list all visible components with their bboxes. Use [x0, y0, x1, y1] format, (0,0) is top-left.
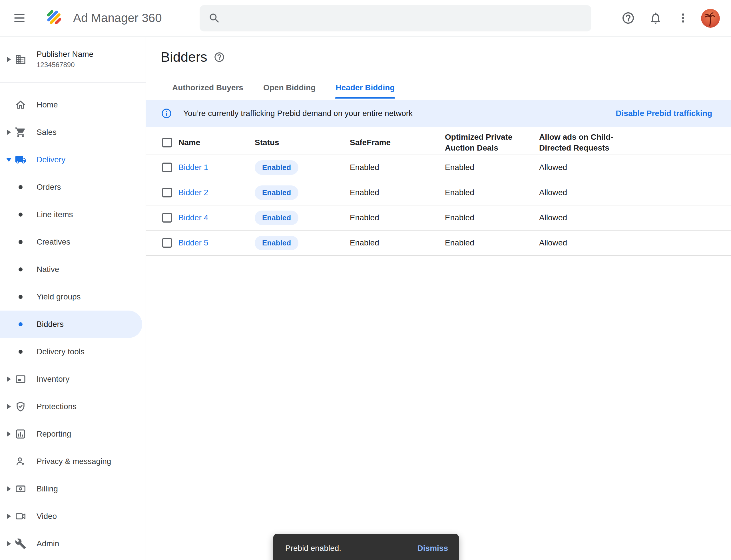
- column-header-optimized-private-auction-deals: Optimized Private Auction Deals: [445, 132, 534, 153]
- bullet-icon: [14, 291, 27, 303]
- bar-chart-icon: [14, 428, 27, 440]
- table-row: Bidder 2 Enabled Enabled Enabled Allowed: [146, 180, 731, 205]
- snackbar-message: Prebid enabled.: [285, 544, 341, 553]
- main-content: Bidders Authorized Buyers Open Bidding H…: [146, 37, 731, 560]
- table-header-row: Name Status SafeFrame Optimized Private …: [146, 131, 731, 155]
- bidder-link[interactable]: Bidder 4: [179, 213, 255, 222]
- row-checkbox[interactable]: [162, 213, 172, 223]
- sidebar-item-admin[interactable]: Admin: [0, 530, 146, 557]
- publisher-id: 1234567890: [37, 61, 93, 69]
- sidebar-item-protections[interactable]: Protections: [0, 393, 146, 420]
- table-row: Bidder 5 Enabled Enabled Enabled Allowed: [146, 231, 731, 256]
- row-checkbox[interactable]: [162, 188, 172, 197]
- shopping-cart-icon: [14, 126, 27, 139]
- child-directed-value: Allowed: [539, 213, 731, 222]
- sidebar-item-native[interactable]: Native: [0, 256, 146, 283]
- chevron-right-icon: [7, 130, 11, 135]
- chevron-right-icon: [7, 431, 11, 437]
- search-input[interactable]: [228, 13, 583, 23]
- tab-authorized-buyers[interactable]: Authorized Buyers: [172, 83, 244, 99]
- child-directed-value: Allowed: [539, 238, 731, 247]
- optimized-private-auction-deals-value: Enabled: [445, 163, 539, 172]
- column-header-status: Status: [255, 137, 350, 148]
- wrench-icon: [14, 537, 27, 550]
- child-directed-value: Allowed: [539, 163, 731, 172]
- snackbar: Prebid enabled. Dismiss: [273, 534, 459, 560]
- search-bar[interactable]: [200, 5, 591, 31]
- bullet-icon: [14, 263, 27, 276]
- account-avatar[interactable]: [701, 9, 720, 28]
- select-all-checkbox[interactable]: [162, 138, 172, 147]
- tab-bar: Authorized Buyers Open Bidding Header Bi…: [172, 83, 731, 99]
- video-camera-icon: [14, 510, 27, 523]
- bidders-table: Name Status SafeFrame Optimized Private …: [146, 131, 731, 256]
- bullet-icon: [14, 181, 27, 193]
- sidebar-item-billing[interactable]: Billing: [0, 475, 146, 503]
- tab-open-bidding[interactable]: Open Bidding: [263, 83, 317, 99]
- sidebar-item-delivery-tools[interactable]: Delivery tools: [0, 338, 146, 365]
- table-row: Bidder 4 Enabled Enabled Enabled Allowed: [146, 205, 731, 231]
- app-title: Ad Manager 360: [73, 11, 162, 25]
- sidebar-item-inventory[interactable]: Inventory: [0, 365, 146, 393]
- status-badge: Enabled: [255, 211, 299, 225]
- shield-icon: [14, 400, 27, 413]
- safeframe-value: Enabled: [350, 163, 445, 172]
- status-badge: Enabled: [255, 236, 299, 250]
- bullet-icon: [14, 318, 27, 331]
- chevron-right-icon: [7, 377, 11, 382]
- tab-header-bidding[interactable]: Header Bidding: [335, 83, 395, 99]
- sidebar-item-bidders[interactable]: Bidders: [0, 311, 142, 338]
- bullet-icon: [14, 236, 27, 248]
- sidebar-item-video[interactable]: Video: [0, 503, 146, 530]
- chevron-right-icon: [7, 404, 11, 409]
- notifications-bell-icon[interactable]: [649, 11, 662, 25]
- sidebar-item-creatives[interactable]: Creatives: [0, 228, 146, 256]
- optimized-private-auction-deals-value: Enabled: [445, 213, 539, 222]
- top-app-bar: Ad Manager 360: [0, 0, 731, 37]
- status-badge: Enabled: [255, 185, 299, 200]
- person-badge-icon: [14, 455, 27, 468]
- prebid-banner: You’re currently trafficking Prebid dema…: [146, 100, 731, 127]
- safeframe-value: Enabled: [350, 188, 445, 197]
- row-checkbox[interactable]: [162, 163, 172, 172]
- publisher-selector[interactable]: Publisher Name 1234567890: [0, 37, 146, 83]
- delivery-truck-icon: [14, 153, 27, 166]
- page-title: Bidders: [161, 49, 207, 65]
- home-icon: [14, 99, 27, 111]
- chevron-right-icon: [7, 541, 11, 546]
- optimized-private-auction-deals-value: Enabled: [445, 188, 539, 197]
- sidebar-item-line-items[interactable]: Line items: [0, 201, 146, 228]
- column-header-safeframe: SafeFrame: [350, 137, 445, 148]
- snackbar-dismiss-button[interactable]: Dismiss: [417, 544, 448, 553]
- sidebar-item-orders[interactable]: Orders: [0, 173, 146, 201]
- more-options-icon[interactable]: [676, 11, 690, 25]
- bidder-link[interactable]: Bidder 5: [179, 238, 255, 247]
- sidebar-item-sales[interactable]: Sales: [0, 119, 146, 146]
- chevron-down-icon: [6, 158, 11, 162]
- sidebar-item-reporting[interactable]: Reporting: [0, 420, 146, 448]
- bidder-link[interactable]: Bidder 2: [179, 188, 255, 197]
- disable-prebid-trafficking-link[interactable]: Disable Prebid trafficking: [616, 109, 712, 118]
- row-checkbox[interactable]: [162, 238, 172, 248]
- help-icon[interactable]: [621, 11, 635, 25]
- safeframe-value: Enabled: [350, 213, 445, 222]
- bidder-link[interactable]: Bidder 1: [179, 163, 255, 172]
- building-icon: [14, 53, 27, 66]
- sidebar-item-privacy-messaging[interactable]: Privacy & messaging: [0, 448, 146, 475]
- sidebar-item-home[interactable]: Home: [0, 91, 146, 119]
- status-badge: Enabled: [255, 160, 299, 175]
- chevron-right-icon: [7, 514, 11, 519]
- sidebar: Publisher Name 1234567890 Home Sales Del…: [0, 37, 146, 560]
- optimized-private-auction-deals-value: Enabled: [445, 238, 539, 247]
- inventory-icon: [14, 373, 27, 385]
- menu-icon[interactable]: [14, 12, 27, 24]
- sidebar-item-delivery[interactable]: Delivery: [0, 146, 146, 173]
- sidebar-item-yield-groups[interactable]: Yield groups: [0, 283, 146, 311]
- page-help-icon[interactable]: [214, 51, 225, 63]
- chevron-right-icon: [7, 486, 11, 491]
- safeframe-value: Enabled: [350, 238, 445, 247]
- column-header-name: Name: [179, 137, 255, 148]
- publisher-name: Publisher Name: [37, 50, 93, 59]
- ad-manager-logo-icon: [43, 7, 66, 29]
- payment-card-icon: [14, 483, 27, 495]
